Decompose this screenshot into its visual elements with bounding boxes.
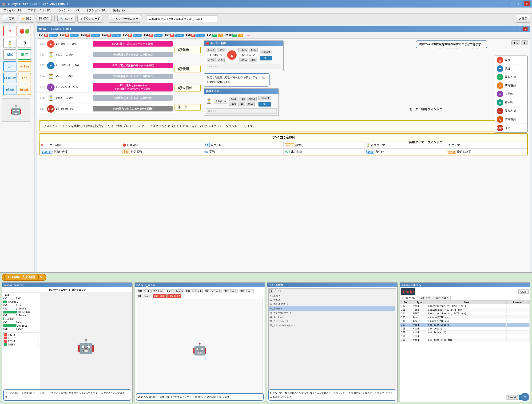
setup-cn9[interactable]: LOW RED3 [153, 294, 166, 298]
right-minus10-btn[interactable]: -10% [239, 58, 249, 62]
left-plus1-btn[interactable]: +1% [217, 48, 225, 52]
setup-cn8[interactable]: CN8 Inout [137, 294, 152, 298]
params-2: Wait: 1.0秒 [55, 53, 93, 57]
minimize-button[interactable]: － [508, 1, 515, 6]
ccode-table-wrapper[interactable]: No. Type Name Comment 102 void ascZero(c… [400, 300, 530, 394]
sidebar-elseif-btn[interactable]: else if [3, 73, 16, 83]
code-row-4[interactable]: 004 ⏳ Wait: 1.0秒 その状態を保ったまま 1.0秒待つ [37, 71, 174, 82]
monitor-button[interactable]: 📊 センサーモニター [109, 15, 141, 23]
ccode-row-107[interactable]: 107 void tnd (int/void); [400, 323, 530, 327]
sample-file-7[interactable]: 07_ライントレース.c [269, 319, 395, 323]
ccode-tab-defines[interactable]: Defines [417, 296, 433, 300]
save-button[interactable]: 💾 保存 [36, 15, 51, 23]
sample-file-6[interactable]: 06_タッチ.c [269, 315, 395, 319]
right-plus1-btn[interactable]: +1% [249, 48, 258, 52]
setup-cn2[interactable]: CN2 Line [152, 289, 165, 293]
code-row-5[interactable]: 005 ↺ L: -50% R: 50% -50%の電力で左のモーター50%の電… [37, 82, 174, 93]
setup-cn4[interactable]: CN4 R-Touch [185, 289, 203, 293]
wait-plus01s-btn[interactable]: +0.1s [247, 97, 257, 101]
magnifier-button[interactable]: ⊕ [521, 393, 529, 401]
left-plus10-btn[interactable]: +10% [206, 48, 216, 52]
menu-window[interactable]: ウィンドウ (W) [57, 8, 81, 13]
close-button[interactable]: ✕ [524, 1, 530, 6]
new-button[interactable]: 📄 新規 [2, 15, 17, 23]
menu-options[interactable]: オプション (O) [84, 8, 108, 13]
wait-time-select[interactable]: 1.0秒 [214, 99, 227, 103]
ccode-tab-function[interactable]: Function [400, 296, 418, 300]
code-row-6[interactable]: 006 ⏳ Wait: 1.0秒 その状態を保ったまま 1.0秒待つ [37, 93, 174, 103]
sidebar-else-btn[interactable]: else [3, 85, 16, 95]
inner-maximize[interactable]: □ [518, 27, 523, 31]
setup-cn7[interactable]: CN7 Inout [239, 289, 254, 293]
code-row-3[interactable]: 003 ▼ L: -50% R: -50% -50%の電力で左右のモーターを回転 [37, 60, 174, 71]
sidebar-while-btn[interactable]: while [18, 61, 31, 71]
maximize-button[interactable]: □ [516, 1, 523, 6]
left-minus1-btn[interactable]: -1% [217, 58, 225, 62]
inner-close[interactable]: ✕ [523, 27, 528, 31]
open-button[interactable]: 📂 開く [19, 15, 34, 23]
sidebar-out-btn[interactable]: OUT [18, 49, 31, 60]
build-button[interactable]: 🔧 ビルド [57, 15, 76, 23]
setup-cn5[interactable]: CN5 C-Touch [204, 289, 222, 293]
sidebar-abc-btn[interactable]: ABC [3, 49, 16, 60]
sample-file-3[interactable]: 03_赤外線 右左.c [269, 302, 395, 306]
ccode-row-109[interactable]: 109 void sw4 int(void); [400, 331, 530, 335]
sidebar-led-btn[interactable]: 🔴🟢 [18, 26, 31, 36]
ccode-row-106[interactable]: 106 bool is.hex(BYTE c); [400, 319, 530, 323]
sidebar-for-btn[interactable]: for [18, 73, 31, 83]
right-plus10-btn[interactable]: +10% [239, 48, 248, 52]
menu-help[interactable]: Help (H) [112, 8, 128, 13]
wait-minus10s-btn[interactable]: -10s [229, 101, 237, 106]
left-motor-select[interactable]: L: 50% [208, 53, 223, 57]
inner-minimize[interactable]: － [513, 27, 517, 31]
wait-minus1s-btn[interactable]: -1s [238, 101, 245, 106]
path-input[interactable] [147, 16, 217, 22]
right-motor-select[interactable]: R: 50% [240, 53, 256, 57]
ccode-row-103[interactable]: 103 lona ascZom(char *s, BYTE len); [400, 308, 530, 312]
setup-cn6[interactable]: CN6 Inout [223, 289, 238, 293]
wait-plus10s-btn[interactable]: +10s [229, 97, 238, 101]
wait-cancel-btn[interactable]: Cancel [259, 96, 271, 101]
sample-file-2[interactable]: 02_音楽.c [269, 298, 395, 302]
ccode-row-111[interactable]: 111 void clk time(BYTE tm); [400, 338, 530, 342]
sample-back-btn[interactable]: ◀ [269, 289, 273, 292]
ccode-row-108[interactable]: 108 void int(void); [400, 327, 530, 331]
sample-file-1[interactable]: 01_起動.c [269, 293, 395, 298]
setup-cn10[interactable]: LOW RED2 [167, 294, 181, 298]
menu-project[interactable]: プロジェクト (P) [27, 8, 53, 13]
setup-cn1[interactable]: CN1 Ball [137, 289, 151, 293]
sidebar-wait-btn[interactable]: ⏳ [3, 38, 16, 48]
sample-file-5[interactable]: 05_カラーセンサー.c [269, 311, 395, 315]
wait-plus1s-btn[interactable]: +1s [239, 97, 246, 101]
ccode-tab-variable[interactable]: Variable [433, 296, 451, 300]
sidebar-timer-btn[interactable]: ⏱ [18, 38, 31, 48]
sidebar-break-btn[interactable]: break [18, 85, 31, 95]
wait-comment-field[interactable]: コメント [206, 108, 277, 114]
ccode-row-102[interactable]: 102 void ascZero(char *s, BYTE len); [400, 304, 530, 308]
ccode-row-105[interactable]: 105 boo cs.num(BYTE c); [400, 316, 530, 319]
right-minus1-btn[interactable]: -1% [249, 58, 257, 62]
backward-label: 後退 [505, 67, 510, 70]
ccode-row-110[interactable]: 110 void [400, 335, 530, 338]
download-button[interactable]: ⬇ ダウンロード [77, 15, 103, 23]
motor-comment-field[interactable]: コメント [206, 64, 281, 69]
menu-file[interactable]: ファイル (F) [2, 8, 23, 13]
motor-cancel-btn[interactable]: Cancel [260, 50, 272, 54]
sidebar-if-btn[interactable]: if [3, 61, 16, 71]
wait-ok-btn[interactable]: OK [259, 102, 271, 107]
ccode-row-104[interactable]: 104 UINT hex2uint(char *s, BYTE len); [400, 312, 530, 316]
code-row-7[interactable]: 007 STOP L: 0% R: 0% 0%の電力で左右のモーターを回転 [37, 103, 174, 114]
sidebar-motor-btn[interactable]: m [3, 26, 16, 36]
ccode-cancel-btn[interactable]: Cancel [506, 395, 518, 400]
motor-ok-btn[interactable]: OK [260, 56, 272, 60]
left-minus10-btn[interactable]: -10% [207, 58, 216, 62]
sample-file-browser[interactable]: ◀ Study 01_起動.c 02_音楽.c 03_赤外線 右左.c 04_赤… [268, 288, 396, 400]
settings-button[interactable]: ⚙ 設定 [516, 15, 530, 23]
code-row-1[interactable]: 001 ▲ L: 50% R: 50% 50%の電力で左右のモーターを回転 [37, 38, 174, 49]
code-row-2[interactable]: 002 ⏳ Wait: 1.0秒 その状態を保ったまま 1.0秒待つ [37, 49, 174, 60]
wait-minus01s-btn[interactable]: -0.1s [246, 101, 255, 106]
setup-cn3[interactable]: CN3 L-Touch [166, 289, 184, 293]
sample-file-8[interactable]: 08_ライントレース交差.c [269, 323, 395, 328]
ccode-clear-btn[interactable]: Clear [518, 290, 529, 294]
sample-file-4[interactable]: 04_赤外線.c [269, 306, 395, 311]
